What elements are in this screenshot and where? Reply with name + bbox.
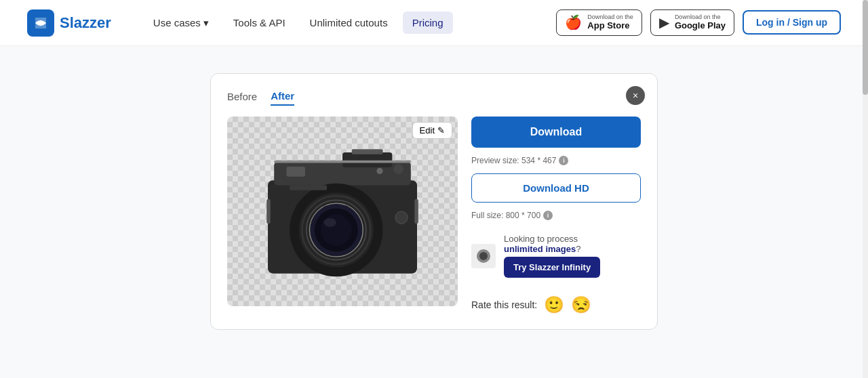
full-size-info-icon: i [543,211,553,220]
infinity-message: Looking to process unlimited images? Try… [504,234,600,278]
thumbnail-preview [471,244,496,268]
login-button[interactable]: Log in / Sign up [743,10,841,35]
app-store-button[interactable]: 🍎 Download on the App Store [556,9,642,37]
logo-text: Slazzer [60,14,111,32]
try-infinity-button[interactable]: Try Slazzer Infinity [504,257,600,278]
scrollbar-thumb[interactable] [863,0,868,95]
preview-size-info: Preview size: 534 * 467 i [471,156,641,165]
action-panel: Download Preview size: 534 * 467 i Downl… [471,117,641,313]
tab-after[interactable]: After [271,90,294,106]
close-button[interactable]: × [626,86,645,105]
svg-rect-20 [414,199,418,224]
header-actions: 🍎 Download on the App Store ▶ Download o… [556,9,841,37]
result-image [227,117,458,306]
edit-button[interactable]: Edit ✎ [412,122,452,139]
card-tabs: Before After [227,90,641,106]
svg-point-10 [321,215,352,246]
nav-unlimited-cutouts[interactable]: Unlimited cutouts [300,12,397,34]
svg-rect-3 [352,149,383,154]
result-card: Before After × Edit ✎ [210,73,658,330]
image-area: Edit ✎ [227,117,458,313]
apple-icon: 🍎 [565,14,582,30]
svg-rect-17 [290,186,327,190]
rate-section: Rate this result: 🙂 😒 [471,291,641,313]
svg-rect-13 [287,167,306,177]
svg-point-15 [376,168,382,174]
logo[interactable]: Slazzer [27,9,111,37]
chevron-down-icon: ▾ [203,17,209,29]
svg-rect-2 [342,152,392,167]
google-play-button[interactable]: ▶ Download on the Google Play [650,9,734,37]
google-play-icon: ▶ [659,14,669,30]
nav-pricing[interactable]: Pricing [403,12,453,34]
logo-icon [27,9,54,37]
svg-point-14 [393,164,403,174]
svg-point-18 [395,211,408,224]
full-size-info: Full size: 800 * 700 i [471,211,641,220]
svg-rect-16 [267,199,271,224]
nav-use-cases[interactable]: Use cases ▾ [144,12,218,35]
happy-emoji-button[interactable]: 🙂 [544,297,564,313]
download-hd-button[interactable]: Download HD [471,173,641,203]
tab-before[interactable]: Before [227,91,257,105]
meh-emoji-button[interactable]: 😒 [571,297,591,313]
svg-rect-19 [274,161,411,163]
edit-icon: ✎ [437,125,445,135]
scrollbar[interactable] [863,0,868,378]
svg-point-11 [324,218,336,227]
nav-tools-api[interactable]: Tools & API [224,12,295,34]
info-icon: i [559,156,568,165]
card-body: Edit ✎ [227,117,641,313]
svg-point-22 [479,252,488,260]
infinity-section: Looking to process unlimited images? Try… [471,228,641,283]
main-nav: Use cases ▾ Tools & API Unlimited cutout… [144,12,534,35]
main-content: Before After × Edit ✎ [0,46,868,378]
camera-image [254,137,431,286]
rate-label: Rate this result: [471,299,537,310]
download-button[interactable]: Download [471,117,641,148]
